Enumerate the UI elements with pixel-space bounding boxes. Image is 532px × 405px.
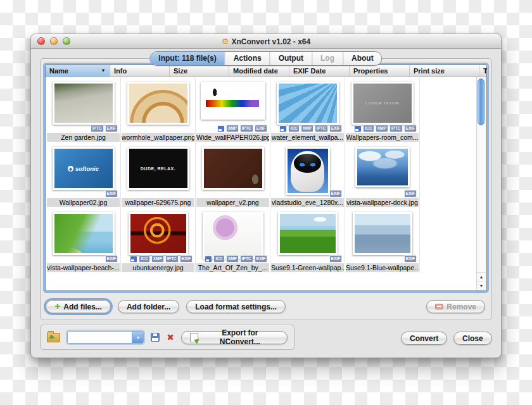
add-folder-button[interactable]: Add folder...	[118, 300, 179, 313]
thumbnail-image	[53, 82, 115, 125]
column-label: Size	[174, 67, 187, 75]
file-name-label: ubuntuenergy.jpg	[122, 263, 194, 272]
export-for-nconvert-button[interactable]: Export for NConvert...	[181, 331, 288, 344]
file-name-label: wormhole_wallpaper.png	[122, 133, 194, 142]
badge-exif: EXIF	[105, 190, 118, 197]
column-header-size[interactable]: Size	[170, 65, 229, 77]
badge-iptc: IPTC	[91, 125, 104, 132]
scroll-up-arrow-icon[interactable]: ▲	[477, 272, 486, 281]
delete-settings-icon[interactable]: ✖	[167, 333, 174, 342]
metadata-badges: EXIF	[404, 190, 417, 197]
grid-item-zen-garden-jpg[interactable]: IPTCEXIFZen garden.jpg	[46, 77, 121, 142]
metadata-badges: ICCXMPIPTCEXIF	[130, 255, 193, 263]
remove-button[interactable]: Remove	[426, 300, 485, 313]
badge-icc: ICC	[288, 125, 299, 132]
thumbnail-image	[201, 82, 265, 120]
tab-about[interactable]: About	[343, 52, 382, 65]
input-group-box: Name▼InfoSizeModified dateEXIF DatePrope…	[40, 58, 492, 320]
badge-iptc: IPTC	[390, 125, 403, 132]
tab-input-118-file-s[interactable]: Input: 118 file(s)	[150, 52, 225, 65]
column-header-ty[interactable]: Ty	[479, 65, 488, 77]
grid-item-suse9-1-blue-wallpape[interactable]: EXIFSuse9.1-Blue-wallpape...	[345, 208, 420, 273]
grid-item-vladstudio-eve-1280x[interactable]: EXIFvladstudio_eve_1280x...	[270, 142, 345, 208]
grid-item-vista-wallpaper-dock-jpg[interactable]: EXIFvista-wallpaper-dock.jpg	[345, 142, 420, 208]
column-label: EXIF Date	[293, 67, 326, 75]
open-folder-icon[interactable]	[47, 333, 60, 342]
thumbnail-image: DUDE, RELAX.	[127, 147, 189, 190]
file-name-label: The_Art_Of_Zen_by_...	[196, 263, 269, 272]
grid-item-wallpapers-room-com[interactable]: LOREM IPSUMICCXMPIPTCEXIFWallpapers-room…	[345, 77, 420, 142]
column-label: Properties	[353, 67, 388, 75]
scrollbar-thumb[interactable]	[478, 78, 484, 125]
badge-exif: EXIF	[329, 255, 342, 263]
badge-iptc: IPTC	[240, 255, 253, 263]
load-format-settings-button[interactable]: Load format settings...	[186, 300, 286, 313]
file-list-table[interactable]: Name▼InfoSizeModified dateEXIF DatePrope…	[45, 65, 487, 291]
thumbnail-image	[203, 212, 263, 259]
zoom-window-button[interactable]	[63, 37, 70, 45]
vertical-scrollbar[interactable]: ▲ ▼	[476, 77, 486, 290]
file-name-label: Suse9.1-Green-wallpap...	[271, 263, 344, 272]
grid-item-the-art-of-zen-by[interactable]: ICCXMPIPTCEXIFThe_Art_Of_Zen_by_...	[196, 208, 270, 273]
column-header-exif-date[interactable]: EXIF Date	[289, 65, 350, 77]
metadata-badges: EXIF	[105, 255, 118, 263]
thumbnail-grid: IPTCEXIFZen garden.jpgwormhole_wallpaper…	[46, 77, 476, 273]
badge-xmp: XMP	[301, 125, 314, 132]
file-name-label: wallpaper-629675.png	[122, 198, 194, 207]
grid-item-suse9-1-green-wallpap[interactable]: EXIFSuse9.1-Green-wallpap...	[270, 208, 345, 273]
grid-item-wallpaper-v2-png[interactable]: wallpaper_v2.png	[196, 142, 270, 208]
grid-item-wide-wallpaper026-jpg[interactable]: XMPIPTCEXIFWide_wallPAPER026.jpg	[196, 77, 270, 142]
combobox-dropdown-icon[interactable]: ▼	[132, 332, 143, 343]
thumbnail-image	[286, 147, 330, 195]
metadata-badges: EXIF	[105, 190, 118, 197]
thumbnail-overlay-text: LOREM IPSUM	[353, 84, 412, 123]
tab-actions[interactable]: Actions	[225, 52, 270, 65]
badge-xmp: XMP	[226, 255, 239, 263]
badge-exif: EXIF	[404, 125, 417, 132]
close-button[interactable]: Close	[453, 332, 492, 345]
column-header-properties[interactable]: Properties	[350, 65, 410, 77]
file-name-label: Wallpapers-room_com...	[346, 133, 419, 142]
tab-output[interactable]: Output	[270, 52, 312, 65]
thumbnail-badge-icon	[217, 125, 225, 132]
grid-item-wallpaper-629675-png[interactable]: DUDE, RELAX.wallpaper-629675.png	[121, 142, 196, 208]
app-gear-icon: ⚙	[222, 37, 229, 46]
grid-item-vista-wallpaper-beach[interactable]: EXIFvista-wallpaper-beach-...	[46, 208, 121, 273]
badge-exif: EXIF	[329, 125, 342, 132]
badge-exif: EXIF	[404, 255, 417, 263]
column-header-print-size[interactable]: Print size	[410, 65, 479, 77]
minimize-window-button[interactable]	[50, 37, 58, 45]
thumbnail-overlay-text: DUDE, RELAX.	[129, 149, 187, 188]
add-files-button[interactable]: ✚ Add files...	[46, 300, 111, 313]
format-settings-input[interactable]	[68, 332, 132, 343]
save-settings-icon[interactable]	[151, 333, 160, 342]
tab-log[interactable]: Log	[312, 52, 343, 65]
scroll-down-arrow-icon[interactable]: ▼	[477, 281, 486, 290]
grid-item-wormhole-wallpaper-png[interactable]: wormhole_wallpaper.png	[121, 77, 196, 142]
column-header-name[interactable]: Name▼	[46, 65, 110, 77]
grid-item-water-element-wallpa[interactable]: ICCXMPIPTCEXIFwater_element_wallpa...	[270, 77, 345, 142]
table-header-row: Name▼InfoSizeModified dateEXIF DatePrope…	[46, 65, 486, 77]
badge-iptc: IPTC	[315, 125, 328, 132]
format-settings-combobox[interactable]: ▼	[67, 331, 144, 344]
close-window-button[interactable]	[37, 37, 45, 45]
thumbnail-badge-icon	[130, 256, 137, 263]
badge-xmp: XMP	[226, 125, 239, 132]
grid-item-ubuntuenergy-jpg[interactable]: ICCXMPIPTCEXIFubuntuenergy.jpg	[121, 208, 196, 273]
file-name-label: vista-wallpaper-dock.jpg	[346, 198, 419, 207]
grid-item-wallpaper02-jpg[interactable]: softonicEXIFWallpaper02.jpg	[46, 142, 121, 208]
convert-button[interactable]: Convert	[401, 332, 447, 345]
column-header-info[interactable]: Info	[110, 65, 170, 77]
file-name-label: vladstudio_eve_1280x...	[271, 198, 344, 207]
badge-xmp: XMP	[151, 255, 164, 263]
badge-exif: EXIF	[180, 255, 193, 263]
export-document-icon	[190, 333, 198, 342]
file-name-label: Zen garden.jpg	[47, 133, 120, 142]
title-bar[interactable]: ⚙XnConvert v1.02 - x64	[31, 34, 501, 49]
thumbnail-badge-icon	[354, 125, 362, 132]
column-header-modified-date[interactable]: Modified date	[229, 65, 289, 77]
remove-minus-icon	[435, 304, 443, 309]
badge-exif: EXIF	[105, 255, 118, 263]
badge-icc: ICC	[213, 255, 224, 263]
badge-exif: EXIF	[255, 125, 267, 132]
